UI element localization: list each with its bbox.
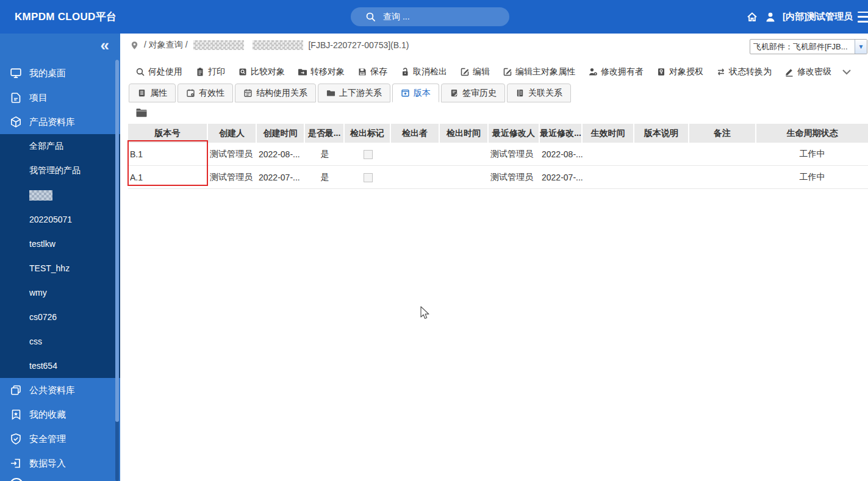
tab-upstream-downstream[interactable]: 上下游关系 (318, 84, 390, 102)
sidebar-item-product-library[interactable]: 产品资料库 (0, 110, 120, 134)
sidebar-item-my-desktop[interactable]: 我的桌面 (0, 61, 120, 85)
product-library-submenu: 全部产品 我管理的产品 202205071 testlkw TEST_hhz w… (0, 134, 120, 378)
sidebar-collapse-button[interactable]: « (0, 34, 120, 61)
breadcrumb: / 对象查询 / [FJBJ-220727-00753](B.1) (130, 40, 409, 51)
sidebar-subitem-all-products[interactable]: 全部产品 (0, 134, 120, 159)
save-icon (357, 67, 367, 77)
column-header-last-modified[interactable]: 最近修改... (540, 124, 583, 143)
table-row-version-b1[interactable]: B.1 测试管理员 2022-08-... 是 测试管理员 2022-08-..… (128, 143, 868, 166)
print-button[interactable]: 打印 (195, 66, 225, 77)
tab-validity[interactable]: 有效性 (178, 84, 233, 102)
undo-checkout-button[interactable]: 取消检出 (400, 66, 447, 77)
menu-icon[interactable] (858, 12, 868, 23)
change-secret-icon (784, 67, 794, 77)
save-button[interactable]: 保存 (357, 66, 387, 77)
breadcrumb-object-id: [FJBJ-220727-00753](B.1) (308, 40, 409, 50)
column-header-version[interactable]: 版本号 (128, 124, 208, 143)
tab-related-relations[interactable]: 关联关系 (507, 84, 571, 102)
authorize-icon (656, 67, 666, 77)
checkout-flag-checkbox[interactable] (364, 173, 373, 182)
sidebar-item-label: 产品资料库 (29, 116, 75, 128)
sidebar-scrollbar-thumb[interactable] (115, 60, 119, 422)
sidebar-item-public-library[interactable]: 公共资料库 (0, 378, 120, 402)
sidebar-subitem-testlkw[interactable]: testlkw (0, 232, 120, 256)
history-icon (450, 88, 459, 98)
security-icon (10, 433, 22, 445)
column-header-creator[interactable]: 创建人 (208, 124, 257, 143)
change-owner-button[interactable]: 修改拥有者 (588, 66, 644, 77)
project-icon (10, 91, 22, 104)
location-pin-icon (130, 41, 139, 50)
toolbar-more-chevron-down-icon[interactable] (841, 66, 853, 78)
sidebar-item-security[interactable]: 安全管理 (0, 427, 120, 451)
sidebar-subitem-wmy[interactable]: wmy (0, 280, 120, 305)
home-icon[interactable] (746, 11, 758, 23)
sidebar-partial-item (0, 476, 120, 481)
where-used-button[interactable]: 何处使用 (135, 66, 182, 77)
sidebar-subitem-cs0726[interactable]: cs0726 (0, 305, 120, 329)
tab-review-history[interactable]: 签审历史 (441, 84, 505, 102)
collapse-chevrons-icon: « (101, 36, 109, 55)
folder-icon[interactable] (135, 107, 148, 118)
object-version-select[interactable]: 飞机部件：飞机部件[FJB... ▼ (750, 39, 867, 54)
object-authorize-button[interactable]: 对象授权 (656, 66, 703, 77)
column-header-lifecycle-state[interactable]: 生命周期状态 (756, 124, 868, 143)
edit-icon (460, 67, 470, 77)
action-toolbar: 何处使用 打印 比较对象 转移对象 保存 取消检出 (135, 62, 861, 82)
sidebar-subitem-test-hhz[interactable]: TEST_hhz (0, 256, 120, 280)
column-header-effective-time[interactable]: 生效时间 (583, 124, 634, 143)
column-header-checkout-by[interactable]: 检出者 (391, 124, 440, 143)
sidebar-item-data-import[interactable]: 数据导入 (0, 451, 120, 476)
change-secret-level-button[interactable]: 修改密级 (784, 66, 831, 77)
transfer-object-button[interactable]: 转移对象 (298, 66, 345, 77)
kmpdm-app: KMPDM CLOUD平台 查询 ... [内部]测试管理员 « 我的桌面 项目… (0, 0, 868, 481)
column-header-checkout-time[interactable]: 检出时间 (440, 124, 489, 143)
partial-icon (10, 478, 23, 481)
redacted-text-block (253, 40, 303, 50)
current-user-label[interactable]: [内部]测试管理员 (783, 11, 853, 23)
app-header: KMPDM CLOUD平台 查询 ... [内部]测试管理员 (0, 0, 868, 34)
relation-icon (515, 88, 525, 98)
search-icon (365, 12, 376, 22)
versions-table: 版本号 创建人 创建时间 是否最... 检出标记 检出者 检出时间 最近修改人 … (128, 124, 868, 189)
sidebar-item-label: 公共资料库 (29, 385, 75, 396)
state-transition-button[interactable]: 状态转换为 (716, 66, 772, 77)
sidebar-subitem-202205071[interactable]: 202205071 (0, 207, 120, 232)
state-transition-icon (716, 67, 726, 77)
attributes-icon (137, 88, 146, 98)
search-placeholder: 查询 ... (383, 12, 410, 23)
column-header-checkout-flag[interactable]: 检出标记 (345, 124, 391, 143)
global-search-input[interactable]: 查询 ... (351, 7, 509, 26)
checkout-flag-checkbox[interactable] (364, 150, 373, 159)
breadcrumb-prefix: / 对象查询 / (144, 40, 190, 51)
column-header-is-latest[interactable]: 是否最... (305, 124, 345, 143)
change-owner-icon (588, 67, 598, 77)
tab-structure-usage[interactable]: 结构使用关系 (235, 84, 316, 102)
product-library-icon (10, 116, 22, 128)
chevron-down-icon[interactable]: ▼ (855, 40, 867, 54)
sidebar-item-projects[interactable]: 项目 (0, 85, 120, 110)
breadcrumb-row: / 对象查询 / [FJBJ-220727-00753](B.1) 飞机部件：飞… (122, 34, 868, 57)
edit-master-attributes-button[interactable]: 编辑主对象属性 (503, 66, 575, 77)
sidebar-item-my-favorites[interactable]: 我的收藏 (0, 402, 120, 427)
table-row-version-a1[interactable]: A.1 测试管理员 2022-07-... 是 测试管理员 2022-07-..… (128, 166, 868, 189)
sidebar-item-label: 我的收藏 (29, 409, 66, 421)
print-icon (195, 67, 205, 77)
column-header-version-desc[interactable]: 版本说明 (634, 124, 689, 143)
app-title: KMPDM CLOUD平台 (15, 0, 117, 34)
edit-button[interactable]: 编辑 (460, 66, 490, 77)
sidebar-item-label: 数据导入 (29, 458, 66, 469)
compare-icon (238, 67, 248, 77)
column-header-create-time[interactable]: 创建时间 (257, 124, 305, 143)
compare-objects-button[interactable]: 比较对象 (238, 66, 285, 77)
sidebar-subitem-css[interactable]: css (0, 329, 120, 354)
tab-attributes[interactable]: 属性 (129, 84, 176, 102)
sidebar-subitem-my-managed-products[interactable]: 我管理的产品 (0, 159, 120, 183)
tab-versions[interactable]: 版本 (392, 84, 439, 102)
user-icon[interactable] (764, 11, 777, 23)
sidebar-subitem-redacted[interactable] (0, 183, 120, 207)
main-content: / 对象查询 / [FJBJ-220727-00753](B.1) 飞机部件：飞… (122, 34, 868, 481)
column-header-last-modifier[interactable]: 最近修改人 (489, 124, 540, 143)
sidebar-subitem-test654[interactable]: test654 (0, 354, 120, 378)
column-header-remark[interactable]: 备注 (689, 124, 756, 143)
